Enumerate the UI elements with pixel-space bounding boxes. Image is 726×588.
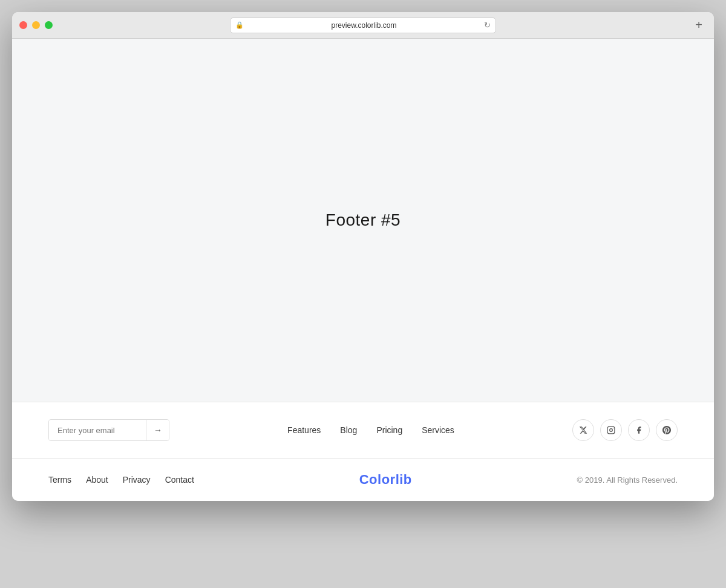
nav-link-blog[interactable]: Blog xyxy=(340,425,357,435)
address-bar[interactable]: 🔒 preview.colorlib.com ↻ xyxy=(230,18,496,33)
email-submit-button[interactable]: → xyxy=(146,420,169,440)
social-icons xyxy=(572,419,678,441)
legal-link-terms[interactable]: Terms xyxy=(48,475,71,485)
email-input[interactable] xyxy=(49,420,146,440)
copyright-text: © 2019. All Rights Reserved. xyxy=(577,475,678,485)
nav-link-services[interactable]: Services xyxy=(422,425,454,435)
pinterest-icon xyxy=(662,426,671,434)
window-buttons xyxy=(19,21,53,29)
minimize-button[interactable] xyxy=(32,21,40,29)
browser-titlebar: 🔒 preview.colorlib.com ↻ + xyxy=(12,12,714,39)
url-text: preview.colorlib.com xyxy=(247,21,480,30)
svg-rect-0 xyxy=(607,426,615,434)
footer-legal-links: Terms About Privacy Contact xyxy=(48,475,194,485)
nav-link-features[interactable]: Features xyxy=(287,425,321,435)
svg-point-2 xyxy=(613,428,613,428)
legal-link-contact[interactable]: Contact xyxy=(165,475,194,485)
twitter-icon xyxy=(579,426,587,434)
footer-lower: Terms About Privacy Contact Colorlib © 2… xyxy=(12,458,714,501)
lock-icon: 🔒 xyxy=(235,21,244,29)
refresh-button[interactable]: ↻ xyxy=(484,21,491,30)
instagram-button[interactable] xyxy=(600,419,622,441)
nav-link-pricing[interactable]: Pricing xyxy=(376,425,402,435)
pinterest-button[interactable] xyxy=(656,419,678,441)
new-tab-button[interactable]: + xyxy=(691,18,707,33)
instagram-icon xyxy=(607,426,615,434)
email-form: → xyxy=(48,419,169,441)
page-title: Footer #5 xyxy=(325,211,401,230)
maximize-button[interactable] xyxy=(45,21,53,29)
brand-logo[interactable]: Colorlib xyxy=(359,472,412,488)
legal-link-privacy[interactable]: Privacy xyxy=(123,475,151,485)
legal-link-about[interactable]: About xyxy=(86,475,108,485)
facebook-icon xyxy=(635,426,643,434)
browser-window: 🔒 preview.colorlib.com ↻ + Footer #5 → F… xyxy=(12,12,714,501)
page-content: Footer #5 xyxy=(12,39,714,402)
email-input-wrapper: → xyxy=(48,419,169,441)
twitter-button[interactable] xyxy=(572,419,594,441)
footer-upper: → Features Blog Pricing Services xyxy=(12,402,714,458)
close-button[interactable] xyxy=(19,21,27,29)
svg-point-1 xyxy=(610,429,613,432)
footer-nav: Features Blog Pricing Services xyxy=(287,425,454,435)
facebook-button[interactable] xyxy=(628,419,650,441)
